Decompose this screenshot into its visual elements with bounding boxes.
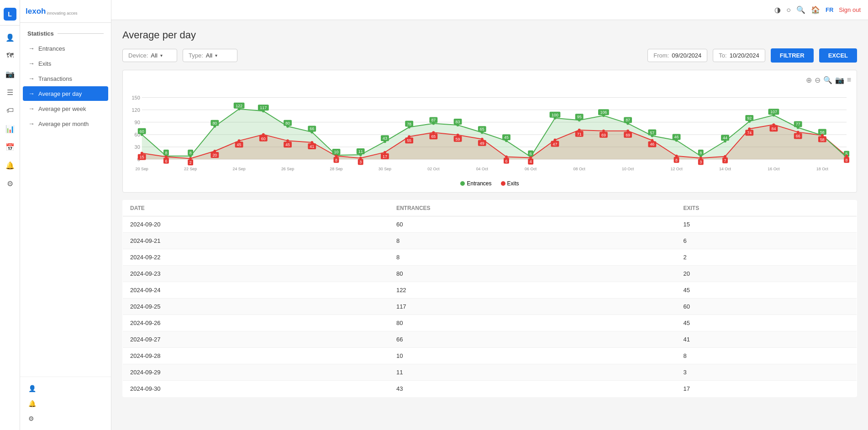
svg-text:80: 80 bbox=[285, 121, 290, 126]
camera-chart-icon[interactable]: 📷 bbox=[835, 76, 844, 84]
cell-exits: 60 bbox=[676, 299, 857, 315]
svg-point-74 bbox=[505, 139, 508, 142]
svg-point-158 bbox=[457, 134, 459, 136]
sidebar-item-person[interactable]: 👤 bbox=[23, 381, 108, 396]
table-header-row: DATE ENTRANCES EXITS bbox=[123, 200, 857, 216]
strip-icon-stats[interactable]: 📊 bbox=[2, 121, 18, 137]
cell-entrances: 43 bbox=[389, 381, 676, 397]
cell-date: 2024-09-30 bbox=[123, 381, 389, 397]
svg-text:47: 47 bbox=[552, 142, 557, 147]
svg-text:122: 122 bbox=[236, 104, 242, 108]
svg-text:90: 90 bbox=[135, 120, 140, 125]
zoom-reset-icon[interactable]: 🔍 bbox=[823, 76, 832, 84]
zoom-out-icon[interactable]: ⊖ bbox=[815, 76, 821, 84]
svg-point-176 bbox=[602, 130, 605, 132]
cell-entrances: 117 bbox=[389, 299, 676, 315]
svg-text:2: 2 bbox=[189, 160, 192, 165]
strip-icon-calendar[interactable]: 📅 bbox=[2, 139, 18, 155]
table-row: 2024-09-27 66 41 bbox=[123, 331, 857, 348]
sidebar-item-entrances[interactable]: →Entrances bbox=[23, 41, 108, 56]
device-filter[interactable]: Device: All ▾ bbox=[122, 49, 177, 62]
svg-text:18 Oct: 18 Oct bbox=[816, 167, 829, 171]
table-row: 2024-09-25 117 60 bbox=[123, 299, 857, 315]
svg-text:45: 45 bbox=[237, 142, 242, 147]
svg-text:6: 6 bbox=[530, 152, 532, 156]
svg-text:30: 30 bbox=[135, 144, 140, 150]
cell-entrances: 11 bbox=[389, 364, 676, 381]
sidebar-item-camera[interactable]: 🔔 bbox=[23, 396, 108, 411]
table-row: 2024-09-21 8 6 bbox=[123, 233, 857, 249]
cell-entrances: 8 bbox=[389, 249, 676, 266]
strip-icon-camera[interactable]: 📷 bbox=[2, 66, 18, 82]
strip-icon-list[interactable]: ☰ bbox=[2, 84, 18, 100]
sidebar: lexoh innovating acces Statistics →Entra… bbox=[20, 0, 111, 430]
svg-text:55: 55 bbox=[407, 138, 411, 143]
svg-text:92: 92 bbox=[747, 116, 752, 121]
svg-text:100: 100 bbox=[552, 113, 558, 117]
svg-point-128 bbox=[213, 150, 216, 152]
svg-point-38 bbox=[213, 125, 216, 128]
svg-text:59: 59 bbox=[456, 137, 460, 142]
average-per-week-nav-icon: → bbox=[28, 105, 35, 112]
sidebar-item-average-per-day[interactable]: →Average per day bbox=[23, 86, 108, 101]
svg-point-152 bbox=[408, 135, 410, 138]
col-exits: EXITS bbox=[676, 200, 857, 216]
cell-exits: 45 bbox=[676, 282, 857, 299]
to-date-filter[interactable]: To: 10/20/2024 bbox=[713, 49, 765, 62]
signout-button[interactable]: Sign out bbox=[839, 6, 861, 13]
strip-icon-tag[interactable]: 🏷 bbox=[2, 102, 18, 119]
cell-entrances: 80 bbox=[389, 266, 676, 282]
svg-text:14 Oct: 14 Oct bbox=[719, 167, 731, 171]
strip-icon-bell[interactable]: 🔔 bbox=[2, 157, 18, 173]
svg-text:66: 66 bbox=[310, 126, 314, 131]
svg-text:150: 150 bbox=[132, 94, 140, 100]
svg-text:12 Oct: 12 Oct bbox=[670, 167, 683, 171]
strip-icon-person[interactable]: 👤 bbox=[2, 29, 18, 46]
table-row: 2024-09-24 122 45 bbox=[123, 282, 857, 299]
zoom-in-icon[interactable]: ⊕ bbox=[806, 76, 812, 84]
theme-toggle-icon[interactable]: ◑ bbox=[774, 5, 781, 14]
from-value: 09/20/2024 bbox=[672, 52, 701, 59]
svg-point-80 bbox=[553, 117, 556, 120]
svg-point-59 bbox=[384, 140, 386, 143]
strip-icon-map[interactable]: 🗺 bbox=[2, 47, 18, 64]
svg-text:15: 15 bbox=[140, 155, 144, 159]
svg-text:41: 41 bbox=[310, 144, 314, 149]
svg-text:117: 117 bbox=[260, 105, 267, 110]
sidebar-item-transactions[interactable]: →Transactions bbox=[23, 71, 108, 86]
device-value: All bbox=[151, 52, 157, 59]
svg-text:22 Sep: 22 Sep bbox=[184, 167, 197, 171]
from-date-filter[interactable]: From: 09/20/2024 bbox=[647, 49, 707, 62]
svg-point-146 bbox=[359, 157, 362, 159]
cell-exits: 17 bbox=[676, 381, 857, 397]
cell-date: 2024-09-25 bbox=[123, 299, 389, 315]
svg-text:43: 43 bbox=[383, 136, 387, 141]
svg-text:78: 78 bbox=[407, 122, 411, 126]
home-icon[interactable]: 🏠 bbox=[811, 5, 820, 14]
settings-icon[interactable]: ○ bbox=[786, 6, 791, 14]
sidebar-item-gear[interactable]: ⚙ bbox=[23, 411, 108, 426]
strip-icon-gear[interactable]: ⚙ bbox=[2, 175, 18, 192]
table-row: 2024-09-28 10 8 bbox=[123, 348, 857, 364]
logo-tagline: innovating acces bbox=[47, 11, 77, 16]
excel-button[interactable]: EXCEL bbox=[819, 48, 857, 63]
language-toggle[interactable]: FR bbox=[826, 6, 833, 13]
type-filter[interactable]: Type: All ▾ bbox=[183, 49, 237, 62]
svg-text:44: 44 bbox=[723, 136, 727, 140]
menu-chart-icon[interactable]: ≡ bbox=[847, 76, 851, 84]
svg-point-191 bbox=[724, 155, 726, 158]
svg-text:26 Sep: 26 Sep bbox=[281, 167, 294, 171]
search-icon[interactable]: 🔍 bbox=[796, 5, 805, 14]
svg-point-44 bbox=[262, 110, 265, 112]
sidebar-item-average-per-month[interactable]: →Average per month bbox=[23, 116, 108, 131]
sidebar-item-exits[interactable]: →Exits bbox=[23, 56, 108, 71]
svg-point-125 bbox=[189, 157, 192, 160]
filter-button[interactable]: FILTRER bbox=[771, 48, 814, 63]
svg-point-134 bbox=[262, 133, 265, 136]
cell-entrances: 122 bbox=[389, 282, 676, 299]
svg-text:16 Oct: 16 Oct bbox=[768, 167, 780, 171]
svg-text:95: 95 bbox=[577, 115, 582, 119]
svg-point-110 bbox=[797, 126, 800, 129]
svg-text:57: 57 bbox=[650, 130, 654, 135]
sidebar-item-average-per-week[interactable]: →Average per week bbox=[23, 101, 108, 116]
